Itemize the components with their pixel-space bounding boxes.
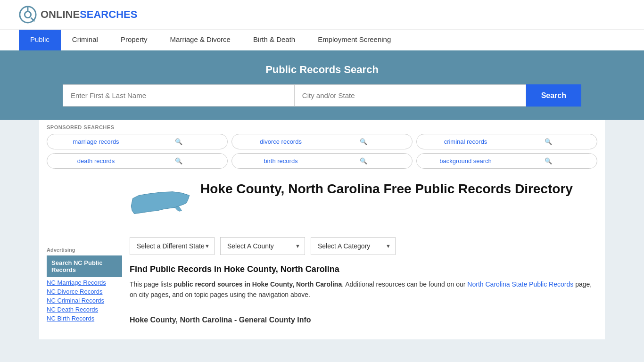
pill-label: background search bbox=[424, 157, 507, 165]
category-select-wrapper: Select A Category bbox=[311, 237, 396, 255]
logo-text: ONLINESEARCHES bbox=[41, 8, 137, 21]
nav-public[interactable]: Public bbox=[19, 30, 61, 50]
sidebar: Advertising Search NC Public Records NC … bbox=[47, 181, 122, 332]
state-map bbox=[130, 181, 191, 230]
sidebar-nc-birth[interactable]: NC Birth Records bbox=[47, 314, 122, 323]
find-desc-bold: public record sources in Hoke County, No… bbox=[173, 280, 342, 288]
search-icon: 🔍 bbox=[322, 157, 405, 165]
general-info-heading: Hoke County, North Carolina - General Co… bbox=[130, 316, 597, 324]
city-input[interactable] bbox=[294, 84, 526, 107]
pill-label: criminal records bbox=[424, 138, 507, 145]
sidebar-nc-divorce[interactable]: NC Divorce Records bbox=[47, 287, 122, 296]
sidebar-nc-death[interactable]: NC Death Records bbox=[47, 305, 122, 314]
pill-label: death records bbox=[55, 157, 137, 165]
pill-birth-records[interactable]: birth records 🔍 bbox=[231, 153, 413, 169]
directory-title: Hoke County, North Carolina Free Public … bbox=[200, 181, 573, 197]
sponsored-section: SPONSORED SEARCHES marriage records 🔍 di… bbox=[39, 120, 605, 173]
find-title: Find Public Records in Hoke County, Nort… bbox=[130, 264, 597, 274]
state-select[interactable]: Select a Different State bbox=[130, 237, 215, 255]
sidebar-nc-criminal[interactable]: NC Criminal Records bbox=[47, 296, 122, 305]
nav-employment[interactable]: Employment Screening bbox=[306, 30, 402, 50]
directory-content: Hoke County, North Carolina Free Public … bbox=[130, 181, 605, 332]
svg-point-1 bbox=[25, 11, 31, 17]
search-form: Search bbox=[63, 84, 581, 107]
pill-marriage-records[interactable]: marriage records 🔍 bbox=[47, 134, 228, 149]
nc-state-link[interactable]: North Carolina State Public Records bbox=[467, 280, 573, 288]
pill-criminal-records[interactable]: criminal records 🔍 bbox=[416, 134, 597, 149]
nav-birth-death[interactable]: Birth & Death bbox=[242, 30, 306, 50]
search-icon: 🔍 bbox=[322, 138, 405, 145]
search-icon: 🔍 bbox=[507, 157, 589, 165]
sidebar-ad-item[interactable]: Search NC Public Records bbox=[47, 255, 122, 277]
selects-row: Select a Different State Select A County… bbox=[130, 237, 597, 255]
pill-label: birth records bbox=[239, 157, 322, 165]
logo-icon bbox=[19, 6, 37, 24]
sidebar-nc-marriage[interactable]: NC Marriage Records bbox=[47, 278, 122, 287]
pill-divorce-records[interactable]: divorce records 🔍 bbox=[231, 134, 413, 149]
search-icon: 🔍 bbox=[137, 138, 220, 145]
search-icon: 🔍 bbox=[507, 138, 589, 145]
nc-map-svg bbox=[130, 181, 191, 228]
find-desc-part2: . Additional resources can be found on o… bbox=[342, 280, 467, 288]
nav-marriage-divorce[interactable]: Marriage & Divorce bbox=[159, 30, 242, 50]
nav-criminal[interactable]: Criminal bbox=[61, 30, 109, 50]
search-banner: Public Records Search Search bbox=[0, 50, 644, 120]
header: ONLINESEARCHES bbox=[0, 0, 644, 29]
state-select-wrapper: Select a Different State bbox=[130, 237, 215, 255]
search-button[interactable]: Search bbox=[526, 84, 581, 107]
search-icon: 🔍 bbox=[137, 157, 220, 165]
main-nav: Public Criminal Property Marriage & Divo… bbox=[0, 29, 644, 50]
section-divider bbox=[130, 308, 597, 308]
nav-property[interactable]: Property bbox=[109, 30, 159, 50]
category-select[interactable]: Select A Category bbox=[311, 237, 396, 255]
sidebar-ad-label: Advertising bbox=[47, 247, 122, 253]
find-description: This page lists public record sources in… bbox=[130, 279, 597, 300]
pill-death-records[interactable]: death records 🔍 bbox=[47, 153, 228, 169]
sponsored-grid: marriage records 🔍 divorce records 🔍 cri… bbox=[47, 134, 597, 169]
county-select[interactable]: Select A County bbox=[220, 237, 305, 255]
logo-searches: SEARCHES bbox=[80, 8, 137, 20]
logo[interactable]: ONLINESEARCHES bbox=[19, 6, 137, 24]
pill-background-search[interactable]: background search 🔍 bbox=[416, 153, 597, 169]
pill-label: divorce records bbox=[239, 138, 322, 145]
directory-top: Hoke County, North Carolina Free Public … bbox=[130, 181, 597, 230]
sponsored-label: SPONSORED SEARCHES bbox=[47, 124, 597, 130]
name-input[interactable] bbox=[63, 84, 294, 107]
county-select-wrapper: Select A County bbox=[220, 237, 305, 255]
logo-online: ONLINE bbox=[41, 8, 80, 20]
search-banner-title: Public Records Search bbox=[19, 64, 625, 76]
pill-label: marriage records bbox=[55, 138, 137, 145]
find-desc-part1: This page lists bbox=[130, 280, 173, 288]
